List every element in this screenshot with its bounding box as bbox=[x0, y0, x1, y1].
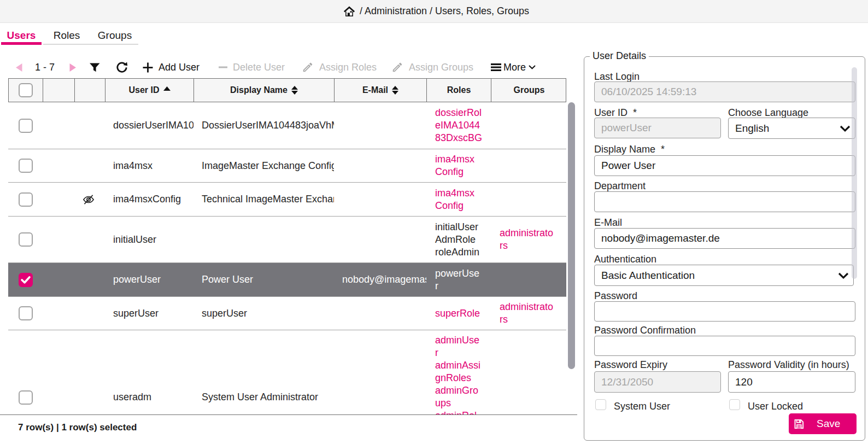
roles-link[interactable]: superRole bbox=[435, 307, 480, 320]
table-row[interactable]: ima4msxConfigTechnical ImageMaster Excha… bbox=[8, 183, 566, 217]
row-groups bbox=[491, 330, 566, 414]
minus-icon bbox=[219, 66, 227, 68]
table-row[interactable]: initialUserinitialUserAdmRoleroleAdminad… bbox=[8, 217, 566, 263]
table-scrollbar-thumb[interactable] bbox=[568, 102, 575, 369]
row-empty-cell bbox=[43, 263, 74, 296]
password-validity-field[interactable] bbox=[728, 371, 855, 393]
tab-users[interactable]: Users bbox=[0, 24, 43, 47]
system-user-label: System User bbox=[614, 401, 670, 412]
table-footer: 7 row(s) | 1 row(s) selected bbox=[0, 414, 577, 444]
delete-user-button[interactable]: Delete User bbox=[219, 55, 285, 80]
table-row[interactable]: powerUserPower Usernobody@imagemaster.de… bbox=[8, 263, 566, 297]
password-field[interactable] bbox=[594, 301, 855, 322]
header-email[interactable]: E-Mail bbox=[335, 79, 427, 102]
add-user-button[interactable]: Add User bbox=[143, 55, 200, 80]
user-locked-checkbox[interactable] bbox=[729, 399, 740, 410]
groups-link[interactable]: administrators bbox=[500, 227, 553, 252]
row-email bbox=[334, 102, 426, 149]
row-checkbox-cell bbox=[8, 102, 43, 149]
home-icon[interactable] bbox=[343, 5, 355, 18]
row-email bbox=[334, 297, 426, 330]
header-select-all[interactable] bbox=[9, 79, 43, 102]
row-checkbox[interactable] bbox=[19, 192, 33, 207]
password-validity-label: Password Validity (in hours) bbox=[728, 359, 849, 371]
refresh-button[interactable] bbox=[116, 55, 128, 80]
pager-next-button[interactable] bbox=[69, 55, 77, 80]
user-locked-label: User Locked bbox=[748, 401, 803, 412]
row-display-name: Technical ImageMaster Exchange Configura… bbox=[193, 183, 334, 216]
row-empty-cell bbox=[43, 330, 74, 414]
authentication-select[interactable]: Basic Authentication bbox=[594, 265, 854, 286]
row-checkbox-cell bbox=[8, 217, 43, 262]
filter-button[interactable] bbox=[89, 55, 101, 80]
pencil-icon bbox=[391, 61, 403, 73]
groups-link[interactable]: administrators bbox=[500, 301, 553, 326]
row-checkbox-cell bbox=[8, 297, 43, 330]
row-checkbox-checked[interactable] bbox=[19, 273, 33, 287]
password-expiry-label: Password Expiry bbox=[594, 359, 667, 371]
row-empty-cell bbox=[43, 183, 74, 216]
sort-both-icon bbox=[392, 86, 398, 95]
row-groups bbox=[491, 263, 566, 296]
row-email bbox=[334, 217, 426, 262]
last-login-field[interactable] bbox=[594, 81, 855, 102]
table-header-row: User ID Display Name E-Mail Roles Groups bbox=[8, 78, 566, 102]
system-user-checkbox[interactable] bbox=[595, 399, 606, 410]
header-user-id[interactable]: User ID bbox=[105, 79, 194, 102]
row-checkbox[interactable] bbox=[19, 159, 33, 173]
row-roles: ima4msxConfig bbox=[426, 149, 491, 182]
user-id-field[interactable] bbox=[594, 118, 721, 138]
refresh-icon bbox=[116, 62, 128, 73]
table-row[interactable]: useradmSystem User AdministratoradminUse… bbox=[8, 330, 566, 414]
password-confirmation-field[interactable] bbox=[594, 336, 855, 356]
row-roles: superRole bbox=[426, 297, 491, 330]
save-button[interactable]: Save bbox=[789, 413, 857, 434]
row-groups bbox=[491, 102, 566, 149]
email-field[interactable] bbox=[594, 228, 855, 249]
chevron-down-icon bbox=[840, 125, 851, 132]
check-icon bbox=[20, 273, 32, 286]
row-checkbox[interactable] bbox=[19, 306, 33, 320]
header-roles[interactable]: Roles bbox=[427, 79, 491, 102]
roles-link[interactable]: powerUser bbox=[435, 267, 479, 293]
header-groups[interactable]: Groups bbox=[491, 79, 567, 102]
roles-link[interactable]: ima4msxConfig bbox=[435, 187, 474, 212]
more-button[interactable]: More bbox=[491, 55, 536, 80]
row-checkbox[interactable] bbox=[19, 119, 33, 133]
panel-scrollbar-thumb[interactable] bbox=[852, 67, 857, 279]
row-roles: powerUser bbox=[426, 263, 491, 296]
header-col-empty2 bbox=[75, 79, 105, 102]
table-row[interactable]: ima4msxImageMaster Exchange Configuratio… bbox=[8, 149, 566, 183]
row-user-id: superUser bbox=[105, 297, 193, 330]
assign-groups-button[interactable]: Assign Groups bbox=[391, 55, 473, 80]
row-checkbox[interactable] bbox=[19, 390, 33, 405]
tab-strip-underline bbox=[43, 44, 138, 45]
table-body: dossierUserIMA104483joaVhMDossierUserIMA… bbox=[8, 102, 566, 414]
display-name-field[interactable] bbox=[594, 155, 855, 176]
breadcrumb: / Administration / Users, Roles, Groups bbox=[343, 5, 529, 18]
row-checkbox-cell bbox=[8, 149, 43, 182]
assign-roles-button[interactable]: Assign Roles bbox=[302, 55, 377, 80]
authentication-label: Authentication bbox=[594, 254, 656, 265]
department-field[interactable] bbox=[594, 191, 855, 212]
row-user-id: ima4msx bbox=[105, 149, 193, 182]
row-email: nobody@imagemaster.de bbox=[334, 263, 426, 296]
language-select[interactable]: English bbox=[728, 118, 855, 139]
roles-link[interactable]: ima4msxConfig bbox=[435, 153, 474, 178]
pager-prev-button[interactable] bbox=[15, 55, 23, 80]
header-display-name[interactable]: Display Name bbox=[194, 79, 335, 102]
row-empty-cell bbox=[74, 217, 105, 262]
roles-link[interactable]: dossierRoleIMA104483DxscBG bbox=[435, 107, 482, 144]
sort-both-icon bbox=[291, 86, 298, 95]
select-all-checkbox[interactable] bbox=[19, 83, 33, 97]
last-login-label: Last Login bbox=[594, 71, 640, 83]
row-empty-cell bbox=[74, 263, 105, 296]
row-checkbox[interactable] bbox=[19, 232, 33, 247]
password-expiry-field[interactable] bbox=[594, 371, 721, 393]
table-row[interactable]: dossierUserIMA104483joaVhMDossierUserIMA… bbox=[8, 102, 566, 149]
chevron-down-icon bbox=[838, 272, 849, 279]
table-row[interactable]: superUsersuperUsersuperRoleadministrator… bbox=[8, 297, 566, 330]
row-roles: ima4msxConfig bbox=[426, 183, 491, 216]
row-checkbox-cell bbox=[8, 183, 43, 216]
roles-link[interactable]: adminUseradminAssignRolesadminGroupsadmi… bbox=[435, 334, 480, 414]
